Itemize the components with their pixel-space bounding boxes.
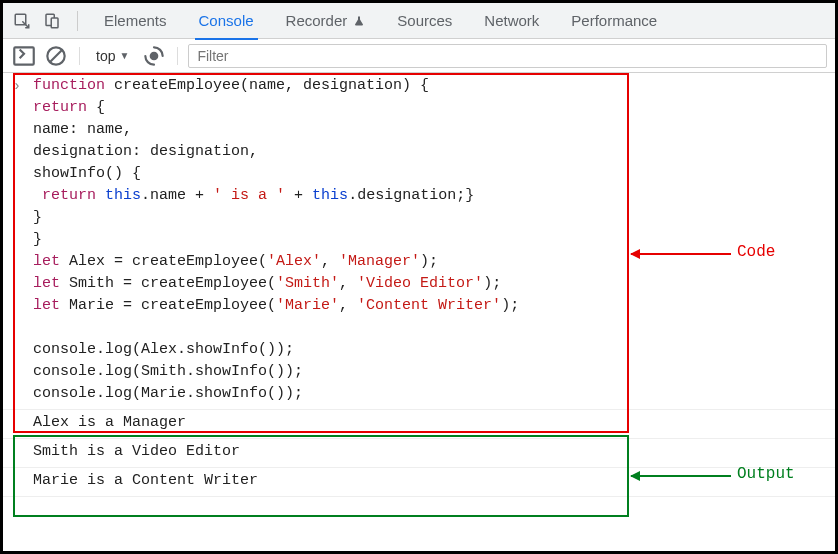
live-expression-icon[interactable] <box>141 43 167 69</box>
tab-console[interactable]: Console <box>185 3 268 39</box>
annotation-arrow-output <box>631 475 731 477</box>
tab-sources[interactable]: Sources <box>383 3 466 39</box>
chevron-down-icon: ▼ <box>119 50 129 61</box>
clear-console-icon[interactable] <box>43 43 69 69</box>
annotation-label-output: Output <box>737 465 795 483</box>
divider <box>77 11 78 31</box>
inspect-element-icon[interactable] <box>9 8 35 34</box>
tab-performance[interactable]: Performance <box>557 3 671 39</box>
annotation-arrow-code <box>631 253 731 255</box>
svg-point-6 <box>150 51 159 60</box>
filter-input[interactable] <box>188 44 827 68</box>
flask-icon <box>353 15 365 27</box>
output-line: Smith is a Video Editor <box>31 439 835 467</box>
divider <box>177 47 178 65</box>
context-selector[interactable]: top ▼ <box>90 46 135 66</box>
tab-network[interactable]: Network <box>470 3 553 39</box>
svg-rect-3 <box>14 47 34 64</box>
console-output-row: Marie is a Content Writer <box>3 468 835 497</box>
show-console-sidebar-icon[interactable] <box>11 43 37 69</box>
svg-line-5 <box>50 49 63 62</box>
divider <box>79 47 80 65</box>
tab-recorder[interactable]: Recorder <box>272 3 380 39</box>
device-toolbar-icon[interactable] <box>39 8 65 34</box>
code-block: function createEmployee(name, designatio… <box>31 73 835 409</box>
svg-rect-2 <box>51 18 58 28</box>
console-output-row: Smith is a Video Editor <box>3 439 835 468</box>
console-toolbar: top ▼ <box>3 39 835 73</box>
prompt-icon: › <box>3 73 31 97</box>
context-label: top <box>96 48 115 64</box>
devtools-tabbar: Elements Console Recorder Sources Networ… <box>3 3 835 39</box>
annotation-label-code: Code <box>737 243 775 261</box>
output-line: Alex is a Manager <box>31 410 835 438</box>
console-body: › function createEmployee(name, designat… <box>3 73 835 497</box>
output-line: Marie is a Content Writer <box>31 468 835 496</box>
tab-elements[interactable]: Elements <box>90 3 181 39</box>
console-output-row: Alex is a Manager <box>3 409 835 439</box>
console-input-row[interactable]: › function createEmployee(name, designat… <box>3 73 835 409</box>
